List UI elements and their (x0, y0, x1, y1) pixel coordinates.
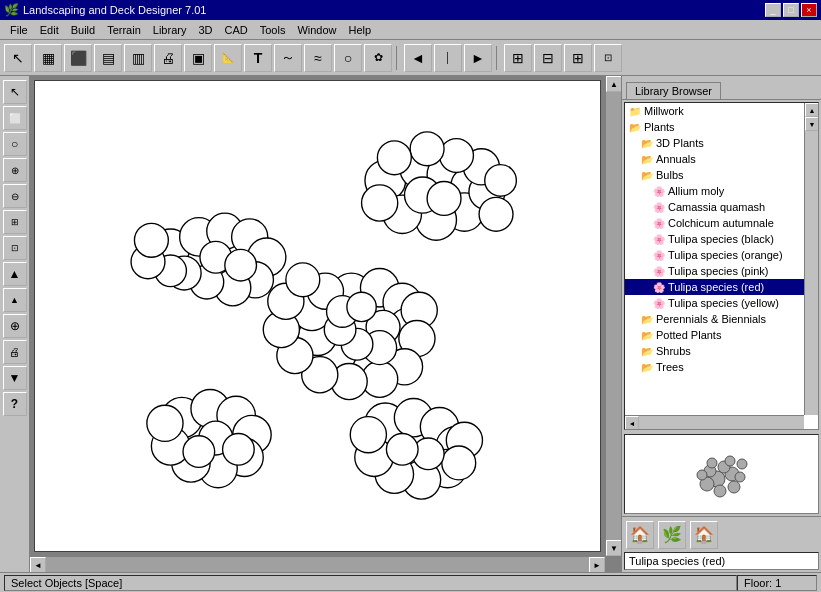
toolbar-plant[interactable]: ✿ (364, 44, 392, 72)
tree-scroll-h[interactable]: ◄ ► (625, 415, 804, 429)
horizontal-scrollbar[interactable]: ◄ ► (30, 556, 605, 572)
toolbar-grid[interactable]: ▦ (34, 44, 62, 72)
left-rect[interactable]: ⬜ (3, 106, 27, 130)
vertical-scrollbar[interactable]: ▲ ▼ (605, 76, 621, 556)
toolbar-text[interactable]: T (244, 44, 272, 72)
toolbar-prev[interactable]: ◄ (404, 44, 432, 72)
toolbar-table1[interactable]: ▤ (94, 44, 122, 72)
tree-item-potted[interactable]: 📂 Potted Plants (625, 327, 804, 343)
floor-indicator: Floor: 1 (737, 575, 817, 591)
toolbar-circle[interactable]: ○ (334, 44, 362, 72)
svg-point-90 (735, 472, 745, 482)
library-tab: Library Browser (622, 76, 821, 100)
tree-item-tulipa-red[interactable]: 🌸 Tulipa species (red) (625, 279, 804, 295)
tree-item-tulipa-orange[interactable]: 🌸 Tulipa species (orange) (625, 247, 804, 263)
preview-icon-row: 🏠 🌿 🏠 (622, 516, 821, 552)
left-down[interactable]: ▼ (3, 366, 27, 390)
main-layout: ↖ ⬜ ○ ⊕ ⊖ ⊞ ⊡ ▲ ▲ ⊕ 🖨 ▼ ? (0, 76, 821, 572)
toolbar-zoom-out[interactable]: ⊟ (534, 44, 562, 72)
menu-3d[interactable]: 3D (192, 22, 218, 38)
menu-edit[interactable]: Edit (34, 22, 65, 38)
toolbar-measure[interactable]: 📐 (214, 44, 242, 72)
close-button[interactable]: × (801, 3, 817, 17)
scroll-right-button[interactable]: ► (589, 557, 605, 572)
menu-help[interactable]: Help (343, 22, 378, 38)
title-bar: 🌿 Landscaping and Deck Designer 7.01 _ □… (0, 0, 821, 20)
toolbar-next[interactable]: ► (464, 44, 492, 72)
scroll-down-button[interactable]: ▼ (606, 540, 621, 556)
tree-scroll-up[interactable]: ▲ (805, 103, 819, 117)
left-print[interactable]: 🖨 (3, 340, 27, 364)
toolbar-block[interactable]: ⬛ (64, 44, 92, 72)
scroll-track-h[interactable] (46, 557, 589, 572)
tree-item-tulipa-black[interactable]: 🌸 Tulipa species (black) (625, 231, 804, 247)
tree-item-shrubs[interactable]: 📂 Shrubs (625, 343, 804, 359)
tree-content[interactable]: 📁 Millwork 📂 Plants 📂 3D Plants 📂 Annual… (625, 103, 804, 415)
library-browser-tab[interactable]: Library Browser (626, 82, 721, 99)
left-oval[interactable]: ○ (3, 132, 27, 156)
menu-terrain[interactable]: Terrain (101, 22, 147, 38)
tree-item-millwork[interactable]: 📁 Millwork (625, 103, 804, 119)
item-icon-allium: 🌸 (653, 186, 665, 197)
left-select[interactable]: ↖ (3, 80, 27, 104)
preview-btn-3[interactable]: 🏠 (690, 521, 718, 549)
left-question[interactable]: ? (3, 392, 27, 416)
menu-window[interactable]: Window (291, 22, 342, 38)
tree-item-camassia[interactable]: 🌸 Camassia quamash (625, 199, 804, 215)
left-stairs[interactable]: ▲ (3, 288, 27, 312)
canvas-area[interactable]: ▲ ▼ ◄ ► (30, 76, 621, 572)
toolbar-camera[interactable]: ⊡ (594, 44, 622, 72)
svg-point-12 (440, 139, 474, 173)
tree-item-perennials[interactable]: 📂 Perennials & Biennials (625, 311, 804, 327)
tree-scroll-left[interactable]: ◄ (625, 416, 639, 430)
menu-cad[interactable]: CAD (218, 22, 253, 38)
toolbar-select[interactable]: ↖ (4, 44, 32, 72)
left-add[interactable]: ⊕ (3, 314, 27, 338)
tree-item-colchicum[interactable]: 🌸 Colchicum autumnale (625, 215, 804, 231)
maximize-button[interactable]: □ (783, 3, 799, 17)
scroll-up-button[interactable]: ▲ (606, 76, 621, 92)
menu-build[interactable]: Build (65, 22, 101, 38)
toolbar-wave[interactable]: ≈ (304, 44, 332, 72)
tree-item-3dplants[interactable]: 📂 3D Plants (625, 135, 804, 151)
minimize-button[interactable]: _ (765, 3, 781, 17)
plant-cluster-top-right (362, 132, 517, 240)
menu-tools[interactable]: Tools (254, 22, 292, 38)
menu-library[interactable]: Library (147, 22, 193, 38)
tree-item-allium[interactable]: 🌸 Allium moly (625, 183, 804, 199)
toolbar-table2[interactable]: ▥ (124, 44, 152, 72)
svg-point-15 (479, 197, 513, 231)
toolbar-print[interactable]: 🖨 (154, 44, 182, 72)
left-pan[interactable]: ⊡ (3, 236, 27, 260)
menu-file[interactable]: File (4, 22, 34, 38)
title-bar-controls[interactable]: _ □ × (765, 3, 817, 17)
svg-point-9 (427, 182, 461, 216)
status-bar: Select Objects [Space] Floor: 1 (0, 572, 821, 592)
preview-btn-2[interactable]: 🌿 (658, 521, 686, 549)
toolbar-fit[interactable]: ⊞ (564, 44, 592, 72)
svg-point-94 (737, 459, 747, 469)
toolbar-zoom-in[interactable]: ⊞ (504, 44, 532, 72)
folder-icon-bulbs: 📂 (641, 170, 653, 181)
tree-scroll-v[interactable]: ▲ ▼ (804, 103, 818, 415)
toolbar-curve[interactable]: ～ (274, 44, 302, 72)
preview-btn-1[interactable]: 🏠 (626, 521, 654, 549)
left-fit[interactable]: ⊞ (3, 210, 27, 234)
left-up[interactable]: ▲ (3, 262, 27, 286)
tree-item-annuals[interactable]: 📂 Annuals (625, 151, 804, 167)
tree-item-bulbs[interactable]: 📂 Bulbs (625, 167, 804, 183)
tree-item-plants[interactable]: 📂 Plants (625, 119, 804, 135)
folder-icon-trees: 📂 (641, 362, 653, 373)
title-bar-left: 🌿 Landscaping and Deck Designer 7.01 (4, 3, 206, 17)
left-zoom-out[interactable]: ⊖ (3, 184, 27, 208)
tree-item-tulipa-pink[interactable]: 🌸 Tulipa species (pink) (625, 263, 804, 279)
right-panel: Library Browser 📁 Millwork 📂 Plants 📂 3D… (621, 76, 821, 572)
tree-item-tulipa-yellow[interactable]: 🌸 Tulipa species (yellow) (625, 295, 804, 311)
svg-point-50 (286, 263, 320, 297)
toolbar-box[interactable]: ▣ (184, 44, 212, 72)
tree-item-trees[interactable]: 📂 Trees (625, 359, 804, 375)
scroll-left-button[interactable]: ◄ (30, 557, 46, 572)
scroll-track-v[interactable] (606, 92, 621, 540)
left-zoom-in[interactable]: ⊕ (3, 158, 27, 182)
tree-scroll-down[interactable]: ▼ (805, 117, 819, 131)
